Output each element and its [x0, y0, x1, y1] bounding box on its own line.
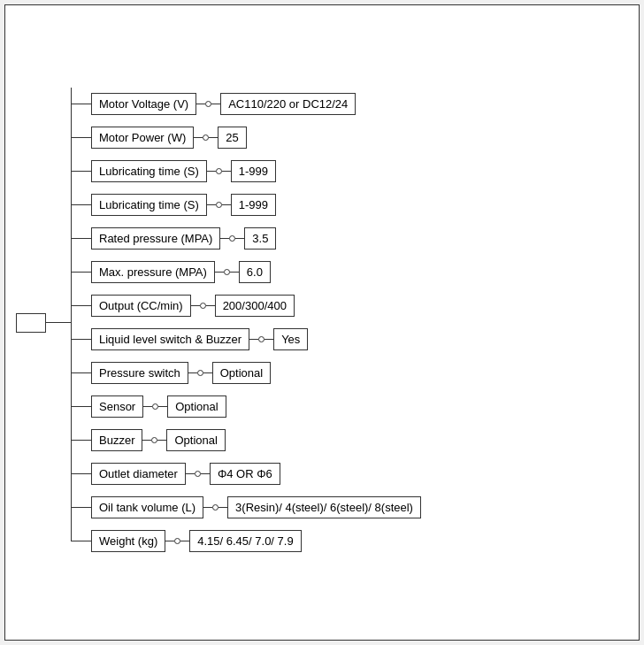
connector-dot [212, 504, 218, 511]
connector-dot [195, 471, 201, 477]
connector-h1 [215, 272, 224, 273]
h-line [72, 339, 91, 340]
row-value: AC110/220 or DC12/24 [220, 93, 356, 115]
row-value: Φ4 OR Φ6 [210, 463, 280, 485]
connector-h2 [222, 204, 231, 205]
connector-h1 [191, 305, 200, 306]
row-label: Lubricating time (S) [91, 194, 207, 216]
row-value: 3(Resin)/ 4(steel)/ 6(steel)/ 8(steel) [227, 496, 421, 518]
row-label: Outlet diameter [91, 463, 186, 485]
connector-h2 [211, 104, 220, 104]
h-line [72, 104, 91, 104]
h-line [72, 171, 91, 172]
row-value: Optional [167, 395, 226, 418]
connector-dot [216, 202, 222, 208]
connector-h2 [158, 406, 167, 407]
h-line [72, 541, 91, 541]
row-label: Motor Voltage (V) [91, 93, 196, 115]
tree-row: Max. pressure (MPA)6.0 [71, 256, 421, 289]
connector-h2 [264, 339, 273, 340]
row-label: Lubricating time (S) [91, 160, 207, 182]
row-label: Oil tank volume (L) [91, 496, 203, 518]
connector-h1 [220, 238, 229, 239]
v-trunk: Motor Voltage (V)AC110/220 or DC12/24Mot… [71, 88, 421, 558]
connector-dot [229, 235, 235, 242]
h-line [72, 305, 91, 306]
row-value: 25 [218, 127, 246, 149]
connector-h2 [203, 372, 212, 373]
tree-row: Motor Voltage (V)AC110/220 or DC12/24 [71, 88, 421, 121]
connector-dot [197, 370, 203, 376]
tree-row: Outlet diameterΦ4 OR Φ6 [71, 457, 421, 491]
h-line [72, 406, 91, 407]
tree-section: Motor Voltage (V)AC110/220 or DC12/24Mot… [71, 88, 628, 558]
connector-h2 [206, 305, 215, 306]
row-label: Pressure switch [91, 362, 188, 384]
connector-dot [224, 269, 230, 275]
connector-h1 [196, 104, 205, 104]
connector-h2 [230, 272, 239, 273]
diagram-container: Motor Voltage (V)AC110/220 or DC12/24Mot… [4, 4, 640, 641]
connector-h2 [235, 238, 244, 239]
tree-row: Lubricating time (S)1-999 [71, 188, 421, 222]
tree-row: Liquid level switch & BuzzerYes [71, 323, 421, 357]
tree-row: Weight (kg)4.15/ 6.45/ 7.0/ 7.9 [71, 525, 421, 558]
connector-dot [174, 538, 180, 544]
connector-dot [200, 303, 206, 309]
connector-dot [152, 403, 158, 410]
h-line [72, 440, 91, 441]
connector-h1 [143, 406, 152, 407]
row-label: Output (CC/min) [91, 295, 191, 317]
row-value: 200/300/400 [215, 295, 295, 317]
row-label: Buzzer [91, 429, 142, 451]
h-line [72, 507, 91, 508]
row-value: Yes [273, 328, 308, 350]
connector-h2 [157, 440, 166, 441]
row-value: 4.15/ 6.45/ 7.0/ 7.9 [189, 530, 301, 552]
connector-h1 [207, 171, 216, 172]
root-label [16, 313, 46, 333]
rows-wrapper: Motor Voltage (V)AC110/220 or DC12/24Mot… [71, 88, 628, 558]
connector-h2 [218, 507, 227, 508]
rows-list: Motor Voltage (V)AC110/220 or DC12/24Mot… [71, 88, 421, 558]
tree-row: Motor Power (W)25 [71, 121, 421, 155]
h-line [72, 473, 91, 474]
h-line [72, 238, 91, 239]
diagram: Motor Voltage (V)AC110/220 or DC12/24Mot… [16, 88, 628, 558]
connector-h1 [165, 541, 174, 541]
connector-h1 [203, 507, 212, 508]
row-label: Sensor [91, 395, 143, 418]
connector-h1 [188, 372, 197, 373]
connector-h1 [142, 440, 151, 441]
connector-h2 [222, 171, 231, 172]
connector-dot [203, 134, 209, 141]
row-value: Optional [166, 429, 225, 451]
row-value: 6.0 [239, 261, 271, 283]
connector-h2 [209, 137, 218, 138]
h-line [72, 137, 91, 138]
row-value: 1-999 [231, 194, 276, 216]
row-label: Liquid level switch & Buzzer [91, 328, 249, 350]
connector-dot [151, 437, 157, 443]
tree-row: SensorOptional [71, 390, 421, 424]
row-value: 3.5 [244, 227, 276, 250]
h-line [72, 372, 91, 373]
connector-h1 [207, 204, 216, 205]
connector-dot [205, 101, 211, 107]
row-label: Rated pressure (MPA) [91, 227, 220, 250]
row-value: Optional [212, 362, 271, 384]
row-label: Max. pressure (MPA) [91, 261, 215, 283]
row-label: Weight (kg) [91, 530, 165, 552]
tree-body: Motor Voltage (V)AC110/220 or DC12/24Mot… [71, 88, 628, 558]
connector-h2 [180, 541, 189, 541]
connector-h1 [186, 473, 195, 474]
tree-row: Pressure switchOptional [71, 357, 421, 390]
tree-row: Rated pressure (MPA)3.5 [71, 222, 421, 256]
connector-h1 [194, 137, 203, 138]
connector-dot [258, 336, 264, 342]
h-line [72, 272, 91, 273]
row-label: Motor Power (W) [91, 127, 194, 149]
tree-row: Lubricating time (S)1-999 [71, 155, 421, 188]
tree-row: BuzzerOptional [71, 424, 421, 457]
connector-dot [216, 168, 222, 174]
